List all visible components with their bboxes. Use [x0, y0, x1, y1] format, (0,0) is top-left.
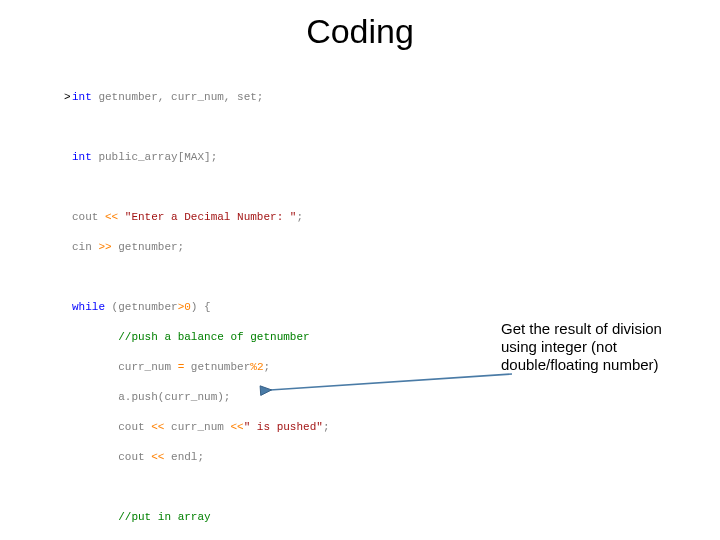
annotation-line: double/floating number)	[501, 356, 686, 374]
code-token: ;	[296, 211, 303, 223]
code-token: getnumber;	[112, 241, 185, 253]
code-token: //push a balance of getnumber	[118, 331, 309, 343]
code-token: %	[250, 361, 257, 373]
code-token: getnumber	[184, 361, 250, 373]
annotation-line: using integer (not	[501, 338, 686, 356]
code-token: endl;	[164, 451, 204, 463]
code-token: a.push(curr_num);	[118, 391, 230, 403]
slide-title: Coding	[0, 0, 720, 51]
code-block: >int getnumber, curr_num, set; int publi…	[72, 75, 343, 540]
caret-icon: >	[64, 90, 71, 105]
code-token: ) {	[191, 301, 211, 313]
code-token: <<	[230, 421, 243, 433]
code-token: getnumber, curr_num, set;	[92, 91, 264, 103]
code-token: 0	[184, 301, 191, 313]
arrow-icon	[262, 372, 522, 412]
code-token: //put in array	[118, 511, 210, 523]
code-token: cout	[118, 451, 151, 463]
code-token: while	[72, 301, 105, 313]
code-token: public_array[MAX];	[92, 151, 217, 163]
code-token: (getnumber	[105, 301, 178, 313]
code-token: >>	[98, 241, 111, 253]
code-token: curr_num	[118, 361, 177, 373]
annotation-line: Get the result of division	[501, 320, 686, 338]
svg-line-0	[270, 374, 512, 390]
code-token: ;	[323, 421, 330, 433]
code-token: <<	[105, 211, 118, 223]
code-token: cin	[72, 241, 98, 253]
code-token: "Enter a Decimal Number: "	[118, 211, 296, 223]
code-token: " is pushed"	[244, 421, 323, 433]
code-token: cout	[72, 211, 105, 223]
code-token: int	[72, 91, 92, 103]
code-token: <<	[151, 421, 164, 433]
code-token: cout	[118, 421, 151, 433]
annotation-text: Get the result of division using integer…	[501, 320, 686, 374]
code-token: <<	[151, 451, 164, 463]
code-token: curr_num	[164, 421, 230, 433]
code-token: int	[72, 151, 92, 163]
